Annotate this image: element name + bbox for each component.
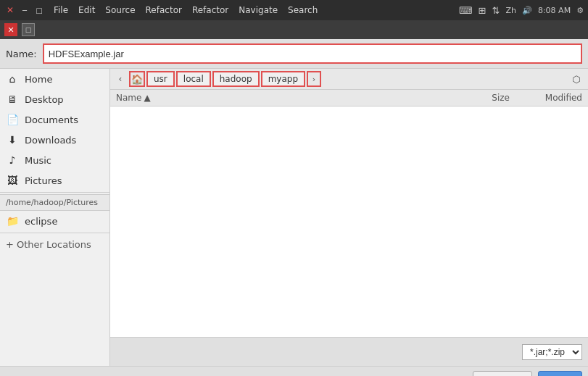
sidebar: ⌂ Home 🖥 Desktop 📄 Documents ⬇ Downloads… [0, 69, 110, 366]
title-bar-controls: ✕ ─ □ [4, 4, 45, 16]
button-bar: Cancel OK [0, 366, 588, 376]
documents-icon: 📄 [6, 114, 19, 125]
file-area: ‹ 🏠 usr local hadoop myapp › ⬡ Name ▲ Si… [110, 69, 588, 366]
bottom-bar: *.jar;*.zip [110, 337, 588, 366]
sidebar-item-documents[interactable]: 📄 Documents [0, 109, 109, 130]
col-header-name[interactable]: Name ▲ [116, 93, 466, 103]
col-header-modified[interactable]: Modified [510, 93, 582, 103]
content-area: ⌂ Home 🖥 Desktop 📄 Documents ⬇ Downloads… [0, 69, 588, 366]
sidebar-item-eclipse[interactable]: 📁 eclipse [0, 211, 109, 231]
home-icon: ⌂ [6, 73, 19, 85]
title-minimize-button[interactable]: ─ [19, 4, 30, 16]
menu-source[interactable]: Source [101, 4, 139, 17]
menu-edit[interactable]: Edit [74, 4, 99, 17]
name-label: Name: [6, 49, 37, 59]
menu-refactor2[interactable]: Refactor [188, 4, 233, 17]
grid-icon: ⊞ [479, 5, 486, 16]
column-headers: Name ▲ Size Modified [110, 90, 588, 106]
sidebar-other-locations[interactable]: + Other Locations [0, 235, 109, 254]
other-locations-label: + Other Locations [6, 239, 91, 250]
breadcrumb-local[interactable]: local [176, 71, 211, 87]
sidebar-item-home[interactable]: ⌂ Home [0, 69, 109, 89]
sidebar-label-downloads: Downloads [25, 135, 76, 146]
ok-button[interactable]: OK [538, 371, 582, 376]
external-link-button[interactable]: ⬡ [568, 71, 585, 87]
window-bar: ✕ □ [0, 20, 588, 39]
sidebar-label-pictures: Pictures [25, 175, 62, 186]
title-bar-right: ⌨ ⊞ ⇅ Zh 🔊 8:08 AM ⚙ [459, 5, 584, 16]
window-close-button[interactable]: ✕ [4, 23, 17, 36]
breadcrumb-hadoop[interactable]: hadoop [212, 71, 260, 87]
keyboard-layout: Zh [505, 6, 516, 15]
menu-file[interactable]: File [49, 4, 73, 17]
title-maximize-button[interactable]: □ [33, 4, 45, 16]
sidebar-label-music: Music [25, 155, 51, 166]
active-path: /home/hadoop/Pictures [0, 194, 109, 211]
file-filter-select[interactable]: *.jar;*.zip [522, 344, 582, 360]
sidebar-divider2 [0, 233, 109, 233]
sidebar-item-desktop[interactable]: 🖥 Desktop [0, 89, 109, 109]
breadcrumb-back-button[interactable]: ‹ [113, 71, 128, 87]
breadcrumb-home-button[interactable]: 🏠 [129, 71, 145, 87]
volume-icon: 🔊 [522, 6, 532, 15]
sidebar-item-downloads[interactable]: ⬇ Downloads [0, 130, 109, 150]
title-bar: ✕ ─ □ File Edit Source Refactor Refactor… [0, 0, 588, 20]
pictures-icon: 🖼 [6, 175, 19, 186]
sidebar-label-eclipse: eclipse [25, 216, 57, 227]
breadcrumb-usr[interactable]: usr [146, 71, 175, 87]
sort-arrow: ▲ [144, 93, 150, 103]
menu-refactor1[interactable]: Refactor [141, 4, 186, 17]
folder-icon: 📁 [6, 215, 19, 227]
home-breadcrumb-icon: 🏠 [131, 74, 143, 85]
sidebar-divider [0, 192, 109, 193]
title-close-button[interactable]: ✕ [4, 4, 16, 16]
name-bar: Name: [0, 39, 588, 69]
breadcrumb-bar: ‹ 🏠 usr local hadoop myapp › ⬡ [110, 69, 588, 90]
keyboard-icon: ⌨ [459, 5, 473, 16]
menu-bar: File Edit Source Refactor Refactor Navig… [49, 4, 455, 17]
clock: 8:08 AM [538, 6, 571, 15]
filename-input[interactable] [43, 43, 582, 64]
sidebar-item-pictures[interactable]: 🖼 Pictures [0, 170, 109, 191]
cancel-button[interactable]: Cancel [473, 371, 532, 376]
sidebar-item-music[interactable]: ♪ Music [0, 150, 109, 170]
music-icon: ♪ [6, 154, 19, 166]
sidebar-label-documents: Documents [25, 114, 78, 125]
settings-icon[interactable]: ⚙ [576, 6, 584, 15]
sidebar-label-home: Home [25, 74, 52, 85]
menu-navigate[interactable]: Navigate [234, 4, 282, 17]
window-minimize-button[interactable]: □ [22, 23, 35, 36]
breadcrumb-myapp[interactable]: myapp [261, 71, 305, 87]
menu-search[interactable]: Search [283, 4, 322, 17]
sidebar-label-desktop: Desktop [25, 94, 64, 105]
file-dialog: Name: ⌂ Home 🖥 Desktop 📄 Documents ⬇ Dow… [0, 39, 588, 376]
network-icon: ⇅ [492, 5, 500, 16]
col-header-size[interactable]: Size [466, 93, 510, 103]
file-list [110, 106, 588, 337]
desktop-icon: 🖥 [6, 93, 19, 105]
breadcrumb-forward-button[interactable]: › [307, 71, 321, 87]
downloads-icon: ⬇ [6, 134, 19, 146]
